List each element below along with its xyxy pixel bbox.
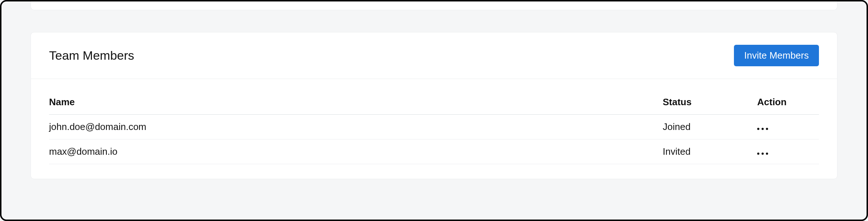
column-header-status: Status	[663, 90, 757, 115]
member-action-cell	[757, 115, 819, 139]
ellipsis-icon	[757, 128, 759, 130]
card-header: Team Members Invite Members	[31, 32, 837, 79]
row-actions-button[interactable]	[757, 151, 768, 156]
ellipsis-icon	[757, 153, 759, 155]
table-row: max@domain.io Invited	[49, 139, 819, 164]
ellipsis-icon	[762, 128, 764, 130]
member-status-cell: Invited	[663, 139, 757, 164]
member-action-cell	[757, 139, 819, 164]
members-table-wrap: Name Status Action john.doe@domain.com J…	[31, 79, 837, 179]
invite-members-button[interactable]: Invite Members	[734, 45, 819, 66]
members-table: Name Status Action john.doe@domain.com J…	[49, 90, 819, 164]
ellipsis-icon	[766, 153, 768, 155]
member-status-cell: Joined	[663, 115, 757, 139]
row-actions-button[interactable]	[757, 126, 768, 131]
previous-card-edge	[31, 1, 837, 10]
member-name-cell: john.doe@domain.com	[49, 115, 663, 139]
member-name-cell: max@domain.io	[49, 139, 663, 164]
card-title: Team Members	[49, 48, 134, 63]
ellipsis-icon	[766, 128, 768, 130]
column-header-name: Name	[49, 90, 663, 115]
table-header-row: Name Status Action	[49, 90, 819, 115]
page-frame: Team Members Invite Members Name Status …	[0, 0, 868, 221]
table-row: john.doe@domain.com Joined	[49, 115, 819, 139]
team-members-card: Team Members Invite Members Name Status …	[31, 32, 837, 179]
ellipsis-icon	[762, 153, 764, 155]
column-header-action: Action	[757, 90, 819, 115]
